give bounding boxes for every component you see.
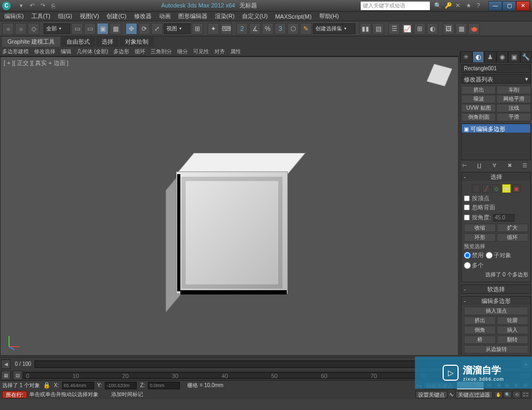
- set-key-button[interactable]: 设置关键点: [415, 391, 447, 398]
- viewport[interactable]: [ + ][ 正交 ][ 真实 + 边面 ]: [0, 56, 459, 356]
- ref-coord-dropdown[interactable]: 视图: [164, 23, 190, 34]
- ignore-backfacing-checkbox[interactable]: 忽略背面: [464, 203, 528, 211]
- ribbon-panel-poly[interactable]: 多边形: [113, 48, 129, 55]
- menu-modifiers[interactable]: 修改器: [134, 12, 152, 20]
- ribbon-panel-vis[interactable]: 可见性: [193, 48, 209, 55]
- coord-x[interactable]: 65.464mm: [62, 382, 94, 389]
- modifier-stack[interactable]: ▣ 可编辑多边形: [461, 124, 531, 160]
- outline-button[interactable]: 轮廓: [497, 316, 529, 325]
- grow-button[interactable]: 扩大: [497, 224, 529, 232]
- ribbon-tab-selection[interactable]: 选择: [96, 37, 119, 47]
- close-button[interactable]: ✕: [516, 1, 530, 11]
- nav-max-icon[interactable]: ⛶: [521, 391, 530, 398]
- ribbon-tab-graphite[interactable]: Graphite 建模工具: [2, 37, 60, 47]
- snap-pct-icon[interactable]: %: [262, 23, 273, 35]
- nav-zoom-icon[interactable]: 🔍: [503, 391, 512, 398]
- coord-z[interactable]: 0.0mm: [148, 382, 180, 389]
- by-angle-checkbox[interactable]: 按角度:: [464, 214, 491, 222]
- angle-value-input[interactable]: [493, 214, 514, 222]
- rollout-editpoly-header[interactable]: 编辑多边形: [462, 297, 530, 305]
- window-crossing-icon[interactable]: ▦: [110, 23, 121, 35]
- snap-edit-icon[interactable]: ✎: [300, 23, 312, 35]
- bevel-button[interactable]: 倒角: [464, 326, 496, 334]
- frame-indicator[interactable]: 0 / 100: [15, 361, 31, 367]
- tab-hierarchy-icon[interactable]: ♟: [484, 51, 496, 63]
- lock-icon[interactable]: 🔒: [43, 382, 51, 389]
- rollout-selection-header[interactable]: 选择: [462, 173, 530, 181]
- infocenter-exchange-icon[interactable]: ✕: [455, 2, 463, 10]
- bind-icon[interactable]: ◇: [28, 23, 39, 35]
- subobj-vertex-icon[interactable]: ∴: [472, 184, 480, 193]
- key-mode-icon[interactable]: ∿: [449, 391, 454, 398]
- timeslider-prev-icon[interactable]: ◀: [1, 359, 11, 369]
- named-sel-dropdown[interactable]: 创建选择集: [313, 23, 355, 34]
- layers-icon[interactable]: ☰: [388, 23, 400, 35]
- mod-meshsmooth[interactable]: 网格平滑: [496, 95, 531, 103]
- hinge-button[interactable]: 从边旋转: [464, 345, 528, 354]
- qat-redo-icon[interactable]: ↷: [38, 2, 47, 10]
- tab-display-icon[interactable]: ▣: [508, 51, 520, 63]
- render-setup-icon[interactable]: 🖼: [443, 23, 454, 35]
- ribbon-panel-props[interactable]: 属性: [230, 48, 241, 55]
- stack-pin-icon[interactable]: ⊢: [462, 162, 470, 170]
- stack-show-icon[interactable]: ∐: [477, 162, 485, 170]
- ribbon-panel-tri[interactable]: 三角剖分: [151, 48, 172, 55]
- selection-filter-dropdown[interactable]: 全部: [44, 23, 70, 34]
- stack-unique-icon[interactable]: ∀: [493, 162, 500, 170]
- coord-y[interactable]: -100.633m: [105, 382, 137, 389]
- infocenter-signin-icon[interactable]: 🔑: [445, 2, 452, 10]
- add-time-tag[interactable]: 添加时间标记: [111, 391, 143, 398]
- menu-tools[interactable]: 工具(T): [31, 12, 51, 20]
- flip-button[interactable]: 翻转: [497, 335, 529, 344]
- extrude-button[interactable]: 挤出: [464, 316, 496, 325]
- stack-config-icon[interactable]: ☰: [522, 162, 530, 170]
- insert-vertex-button[interactable]: 插入顶点: [464, 307, 528, 315]
- ribbon-panel-modsel[interactable]: 修改选择: [34, 48, 55, 55]
- tab-create-icon[interactable]: ✳: [460, 51, 472, 63]
- tab-motion-icon[interactable]: ◉: [496, 51, 509, 63]
- maximize-button[interactable]: ▢: [502, 1, 516, 11]
- schematic-icon[interactable]: ⊞: [414, 23, 426, 35]
- scale-icon[interactable]: ⤢: [151, 23, 163, 35]
- mod-bevelprof[interactable]: 倒角剖面: [461, 113, 496, 121]
- ribbon-panel-subdiv[interactable]: 细分: [177, 48, 188, 55]
- shrink-button[interactable]: 收缩: [464, 224, 496, 232]
- ribbon-panel-polymodel[interactable]: 多边形建模: [2, 48, 29, 55]
- object-name-field[interactable]: Rectangle001: [461, 64, 531, 73]
- manip-icon[interactable]: ✦: [207, 23, 219, 35]
- menu-graph[interactable]: 图形编辑器: [178, 12, 207, 20]
- mod-smooth[interactable]: 平滑: [496, 113, 531, 121]
- keyboard-icon[interactable]: ⌨: [220, 23, 232, 35]
- bridge-button[interactable]: 桥: [464, 335, 496, 344]
- menu-views[interactable]: 视图(V): [80, 12, 99, 20]
- menu-edit[interactable]: 编辑(E): [4, 12, 24, 20]
- snap-angle-icon[interactable]: ∡: [249, 23, 261, 35]
- modifier-list-dropdown[interactable]: 修改器列表▾: [461, 74, 531, 84]
- mirror-icon[interactable]: ▮▮: [360, 23, 371, 35]
- menu-create[interactable]: 创建(C): [106, 12, 126, 20]
- subobj-element-icon[interactable]: ▣: [512, 184, 521, 193]
- infocenter-fav-icon[interactable]: ★: [466, 2, 473, 10]
- align-icon[interactable]: ▤: [372, 23, 384, 35]
- scene-object-box[interactable]: [165, 153, 298, 302]
- snap-2d-icon[interactable]: 2: [236, 23, 248, 35]
- preview-subobj-radio[interactable]: 子对象: [486, 251, 511, 259]
- qat-link-icon[interactable]: ⎘: [49, 2, 57, 10]
- tab-utilities-icon[interactable]: 🔧: [520, 51, 533, 63]
- render-frame-icon[interactable]: ▦: [455, 23, 467, 35]
- nav-pan-icon[interactable]: ✋: [494, 391, 503, 398]
- help-search-input[interactable]: 键入关键字或短语: [361, 2, 430, 10]
- menu-animation[interactable]: 动画: [159, 12, 171, 20]
- qat-undo-icon[interactable]: ↶: [28, 2, 36, 10]
- viewport-label[interactable]: [ + ][ 正交 ][ 真实 + 边面 ]: [4, 59, 69, 67]
- infocenter-help-icon[interactable]: ?: [477, 2, 484, 10]
- select-icon[interactable]: ▭: [71, 23, 83, 35]
- move-icon[interactable]: ✥: [126, 23, 137, 35]
- stack-item-editpoly[interactable]: ▣ 可编辑多边形: [462, 124, 530, 133]
- preview-multi-radio[interactable]: 多个: [464, 261, 484, 269]
- app-icon[interactable]: C: [2, 2, 11, 10]
- ring-button[interactable]: 环形: [464, 233, 496, 242]
- qat-new-icon[interactable]: ▾: [17, 2, 26, 10]
- unlink-icon[interactable]: ⟐: [15, 23, 27, 35]
- ribbon-panel-loops[interactable]: 循环: [135, 48, 145, 55]
